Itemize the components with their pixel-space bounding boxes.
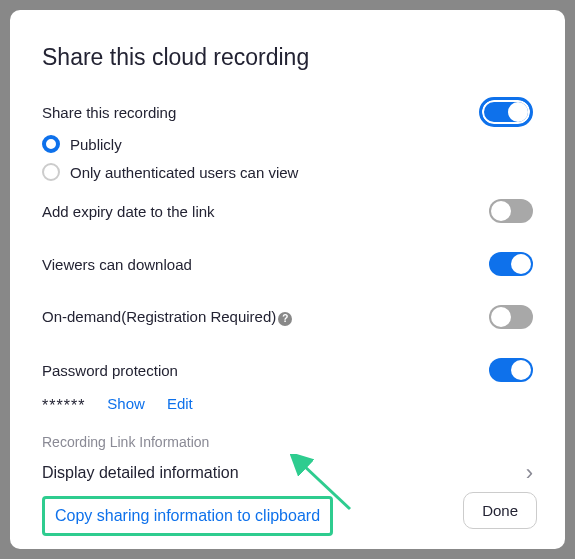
download-toggle[interactable]: [489, 252, 533, 276]
radio-publicly-label: Publicly: [70, 136, 122, 153]
password-actions: ****** Show Edit: [42, 394, 533, 412]
expiry-row: Add expiry date to the link: [42, 199, 533, 223]
download-row: Viewers can download: [42, 252, 533, 276]
copy-sharing-link[interactable]: Copy sharing information to clipboard: [55, 507, 320, 524]
radio-auth-only-label: Only authenticated users can view: [70, 164, 298, 181]
done-button[interactable]: Done: [463, 492, 537, 529]
help-icon[interactable]: ?: [278, 312, 292, 326]
modal-title: Share this cloud recording: [42, 44, 533, 71]
share-recording-row: Share this recording: [42, 97, 533, 127]
link-info-section-label: Recording Link Information: [42, 434, 533, 450]
password-edit-link[interactable]: Edit: [167, 395, 193, 412]
ondemand-row: On-demand(Registration Required)?: [42, 305, 533, 329]
download-label: Viewers can download: [42, 256, 192, 273]
share-recording-modal: Share this cloud recording Share this re…: [10, 10, 565, 549]
share-visibility-radio-group: Publicly Only authenticated users can vi…: [42, 135, 533, 181]
password-label: Password protection: [42, 362, 178, 379]
ondemand-toggle[interactable]: [489, 305, 533, 329]
password-row: Password protection: [42, 358, 533, 382]
highlight-annotation: Copy sharing information to clipboard: [42, 496, 333, 536]
radio-publicly[interactable]: Publicly: [42, 135, 533, 153]
expiry-label: Add expiry date to the link: [42, 203, 215, 220]
expiry-toggle[interactable]: [489, 199, 533, 223]
ondemand-label: On-demand(Registration Required)?: [42, 308, 292, 326]
share-recording-toggle[interactable]: [479, 97, 533, 127]
radio-icon-selected: [42, 135, 60, 153]
chevron-right-icon: ›: [526, 460, 533, 486]
password-mask: ******: [42, 397, 85, 415]
radio-auth-only[interactable]: Only authenticated users can view: [42, 163, 533, 181]
share-recording-label: Share this recording: [42, 104, 176, 121]
password-show-link[interactable]: Show: [107, 395, 145, 412]
radio-icon-unselected: [42, 163, 60, 181]
display-detailed-label: Display detailed information: [42, 464, 239, 482]
display-detailed-row[interactable]: Display detailed information ›: [42, 460, 533, 486]
password-toggle[interactable]: [489, 358, 533, 382]
